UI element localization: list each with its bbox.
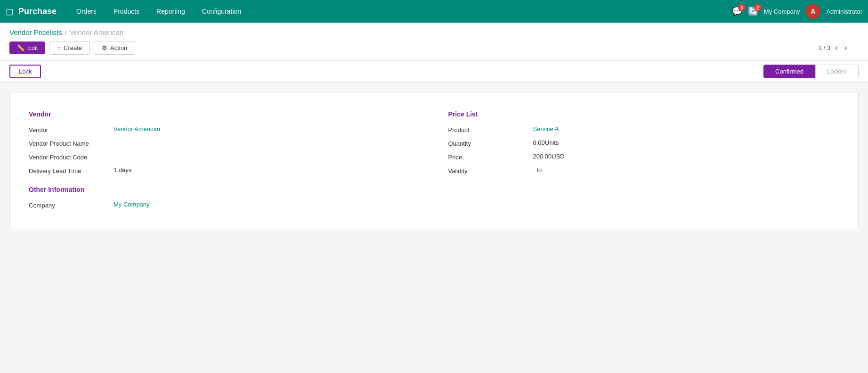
vendor-section: Vendor Vendor Vendor American Vendor Pro… (29, 107, 420, 215)
validity-row: Validity to (448, 166, 840, 174)
main-content: Vendor Vendor Vendor American Vendor Pro… (0, 83, 868, 239)
form-grid: Vendor Vendor Vendor American Vendor Pro… (29, 107, 839, 215)
price-row: Price 200.00USD (448, 153, 840, 161)
avatar[interactable]: A (805, 4, 820, 19)
lock-button[interactable]: Lock (9, 65, 41, 78)
product-row: Product Service A (448, 125, 840, 133)
company-value[interactable]: My Company (114, 201, 420, 208)
grid-icon[interactable]: ◻ (6, 6, 14, 17)
delivery-lead-time-row: Delivery Lead Time 1 days (29, 166, 420, 174)
product-value[interactable]: Service A (533, 125, 840, 133)
toolbar: ✏️ Edit + Create ⚙ Action 1 / 3 ‹ › (9, 41, 859, 58)
edit-button[interactable]: ✏️ Edit (9, 41, 45, 54)
product-label: Product (448, 125, 533, 133)
vendor-value[interactable]: Vendor American (114, 125, 420, 133)
breadcrumb-current: Vendor American (70, 28, 123, 36)
nav-products[interactable]: Products (105, 0, 148, 23)
pagination-text: 1 / 3 (819, 44, 830, 51)
activities-badge: 2 (754, 4, 762, 11)
nav-configuration[interactable]: Configuration (194, 0, 250, 23)
pagination: 1 / 3 ‹ › (819, 43, 849, 53)
other-info-section: Other Information Company My Company (29, 186, 420, 209)
breadcrumb-bar: Vendor Pricelists / Vendor American ✏️ E… (0, 23, 868, 61)
breadcrumb-parent[interactable]: Vendor Pricelists (9, 28, 62, 36)
price-list-title: Price List (448, 110, 840, 118)
price-list-section: Price List Product Service A Quantity 0.… (448, 107, 840, 215)
vendor-product-name-label: Vendor Product Name (29, 139, 114, 147)
breadcrumb-separator: / (65, 28, 67, 36)
activities-button[interactable]: 🔄 2 (748, 6, 758, 17)
status-locked[interactable]: Locked (815, 65, 859, 78)
other-info-title: Other Information (29, 186, 420, 193)
status-steps: Confirmed Locked (763, 65, 859, 78)
form-card: Vendor Vendor Vendor American Vendor Pro… (9, 92, 859, 229)
quantity-row: Quantity 0.00Units (448, 139, 840, 147)
breadcrumb: Vendor Pricelists / Vendor American (9, 28, 859, 36)
messages-button[interactable]: 💬 3 (732, 6, 742, 17)
quantity-value: 0.00Units (533, 139, 840, 146)
create-button[interactable]: + Create (49, 41, 90, 55)
delivery-lead-time-label: Delivery Lead Time (29, 166, 114, 174)
username-display[interactable]: Administrator (826, 8, 862, 15)
app-title: Purchase (18, 7, 57, 17)
price-value: 200.00USD (533, 153, 840, 160)
nav-menu: Orders Products Reporting Configuration (68, 0, 732, 23)
vendor-product-name-row: Vendor Product Name (29, 139, 420, 147)
prev-button[interactable]: ‹ (833, 43, 840, 53)
company-selector[interactable]: My Company (764, 8, 800, 15)
company-row: Company My Company (29, 201, 420, 209)
vendor-product-code-row: Vendor Product Code (29, 153, 420, 161)
delivery-lead-time-value: 1 days (114, 166, 420, 174)
vendor-section-title: Vendor (29, 110, 420, 118)
messages-badge: 3 (738, 4, 746, 11)
action-button[interactable]: ⚙ Action (94, 41, 135, 55)
status-confirmed[interactable]: Confirmed (763, 65, 815, 78)
plus-icon: + (57, 44, 61, 51)
price-label: Price (448, 153, 533, 161)
validity-label: Validity (448, 166, 533, 174)
validity-to: to (537, 166, 542, 174)
vendor-label: Vendor (29, 125, 114, 133)
gear-icon: ⚙ (102, 44, 107, 51)
topnav-right: 💬 3 🔄 2 My Company A Administrator (732, 4, 862, 19)
nav-orders[interactable]: Orders (68, 0, 105, 23)
nav-reporting[interactable]: Reporting (148, 0, 194, 23)
vendor-field-row: Vendor Vendor American (29, 125, 420, 133)
company-label: Company (29, 201, 114, 209)
status-bar: Lock Confirmed Locked (0, 61, 868, 83)
quantity-label: Quantity (448, 139, 533, 147)
validity-value: to (533, 166, 546, 174)
next-button[interactable]: › (843, 43, 849, 53)
edit-icon: ✏️ (17, 44, 24, 51)
vendor-product-code-label: Vendor Product Code (29, 153, 114, 161)
top-navigation: ◻ Purchase Orders Products Reporting Con… (0, 0, 868, 23)
